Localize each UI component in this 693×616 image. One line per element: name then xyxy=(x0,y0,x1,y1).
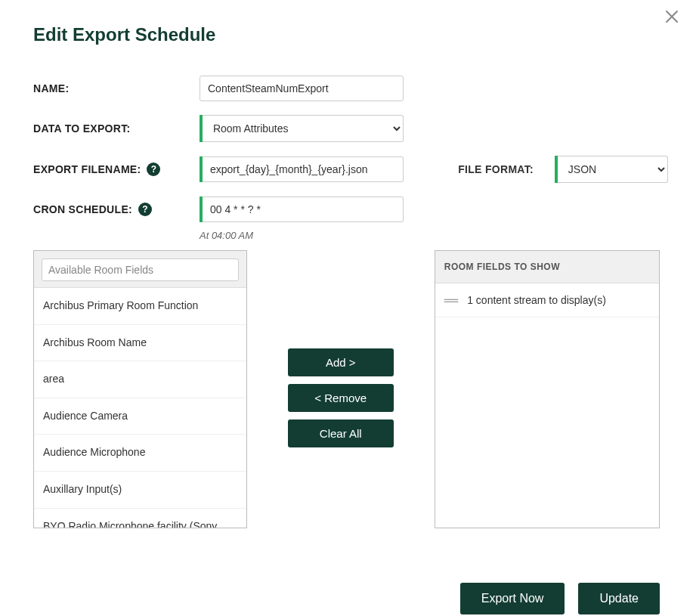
transfer-buttons: Add > < Remove Clear All xyxy=(247,250,435,447)
cron-schedule-input[interactable] xyxy=(203,197,404,222)
update-button[interactable]: Update xyxy=(578,583,660,614)
file-format-select[interactable]: JSON xyxy=(558,156,668,183)
export-filename-label: EXPORT FILENAME: ? xyxy=(33,163,200,176)
list-item[interactable]: Audience Camera xyxy=(34,398,246,435)
list-item[interactable]: Auxillary Input(s) xyxy=(34,472,246,509)
list-item[interactable]: Archibus Primary Room Function xyxy=(34,288,246,325)
file-format-label: FILE FORMAT: xyxy=(404,163,555,175)
clear-all-button[interactable]: Clear All xyxy=(288,419,394,447)
list-item[interactable]: BYO Radio Microphone facility (Sony Micr… xyxy=(34,509,246,528)
selected-fields-header: ROOM FIELDS TO SHOW xyxy=(435,251,659,283)
selected-item-label: 1 content stream to display(s) xyxy=(467,294,606,306)
add-button[interactable]: Add > xyxy=(288,348,394,376)
name-input[interactable] xyxy=(200,76,404,101)
remove-button[interactable]: < Remove xyxy=(288,384,394,412)
close-icon[interactable] xyxy=(664,9,679,24)
cron-caption: At 04:00 AM xyxy=(200,230,669,241)
drag-handle-icon[interactable]: ──── xyxy=(444,298,458,302)
cron-schedule-label: CRON SCHEDULE: ? xyxy=(33,203,200,216)
list-item[interactable]: area xyxy=(34,361,246,398)
available-fields-list[interactable]: Archibus Primary Room Function Archibus … xyxy=(34,288,246,528)
form-grid: NAME: DATA TO EXPORT: Room Attributes EX… xyxy=(33,76,660,222)
edit-export-schedule-dialog: Edit Export Schedule NAME: DATA TO EXPOR… xyxy=(0,0,693,616)
data-to-export-label: DATA TO EXPORT: xyxy=(33,122,200,135)
selected-field-item[interactable]: ──── 1 content stream to display(s) xyxy=(435,283,659,317)
dialog-footer: Export Now Update xyxy=(24,583,660,614)
export-now-button[interactable]: Export Now xyxy=(460,583,565,614)
available-fields-box: Archibus Primary Room Function Archibus … xyxy=(33,250,247,528)
data-to-export-select[interactable]: Room Attributes xyxy=(203,115,404,142)
name-label: NAME: xyxy=(33,82,200,94)
help-icon[interactable]: ? xyxy=(138,203,152,216)
export-filename-input[interactable] xyxy=(203,156,404,182)
help-icon[interactable]: ? xyxy=(147,163,160,176)
list-item[interactable]: Archibus Room Name xyxy=(34,325,246,362)
list-item[interactable]: Audience Microphone xyxy=(34,435,246,472)
panels-row: Archibus Primary Room Function Archibus … xyxy=(33,250,660,528)
selected-fields-box: ROOM FIELDS TO SHOW ──── 1 content strea… xyxy=(435,250,660,528)
available-fields-search[interactable] xyxy=(42,258,239,281)
dialog-title: Edit Export Schedule xyxy=(33,24,669,45)
